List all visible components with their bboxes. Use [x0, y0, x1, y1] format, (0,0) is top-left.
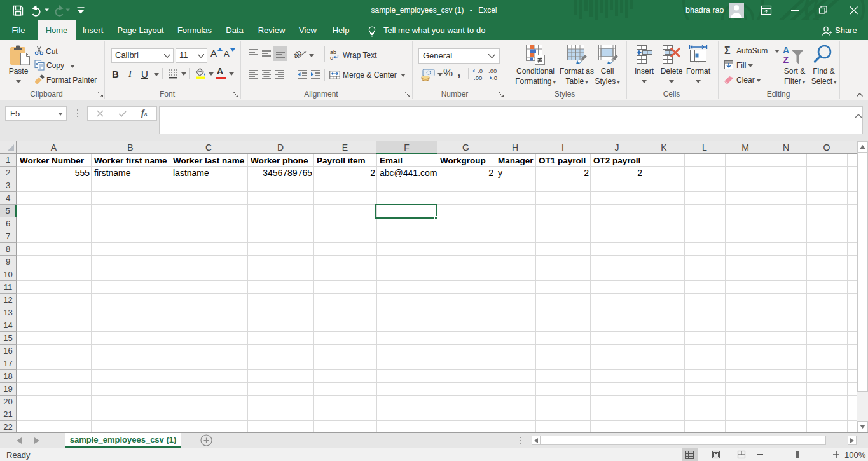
svg-text:.00: .00	[488, 67, 497, 74]
svg-text:.00: .00	[474, 74, 482, 81]
svg-text:.0: .0	[492, 74, 497, 81]
svg-text:Z: Z	[783, 55, 789, 65]
svg-text:c: c	[330, 55, 333, 60]
svg-text:A: A	[783, 45, 789, 55]
svg-text:.0: .0	[478, 67, 483, 74]
